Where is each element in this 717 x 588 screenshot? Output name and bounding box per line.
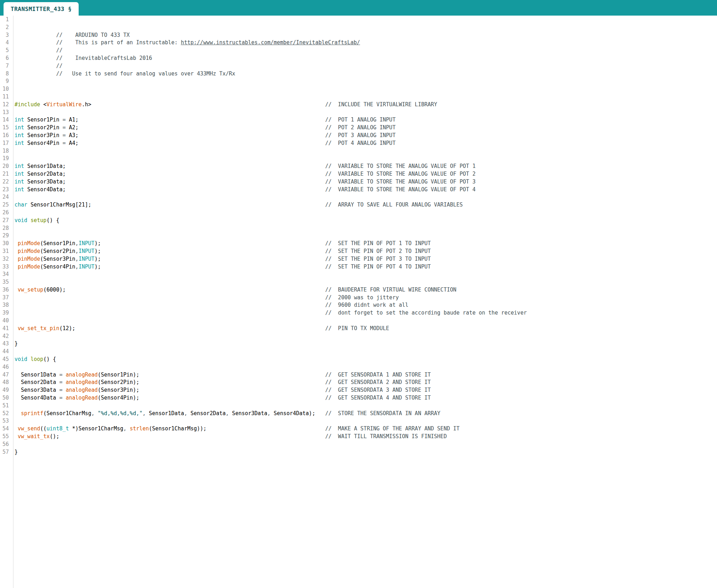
inline-comment: // SET THE PIN OF POT 3 TO INPUT bbox=[325, 255, 431, 263]
code-text bbox=[11, 402, 717, 410]
code-token: , bbox=[75, 256, 79, 262]
code-text bbox=[11, 225, 717, 232]
code-text bbox=[11, 417, 717, 425]
line-number: 27 bbox=[0, 217, 11, 225]
line-number: 12 bbox=[0, 101, 11, 109]
code-text bbox=[11, 363, 717, 371]
code-token: void bbox=[15, 356, 27, 362]
code-line: 4 // This is part of an Instructable: ht… bbox=[0, 39, 717, 47]
line-number: 49 bbox=[0, 386, 11, 394]
code-line: 13 bbox=[0, 109, 717, 117]
code-text: Sensor4Data = analogRead(Sensor4Pin);// … bbox=[11, 394, 717, 402]
inline-comment: // ARRAY TO SAVE ALL FOUR ANALOG VARIABL… bbox=[325, 201, 463, 209]
line-number: 33 bbox=[0, 263, 11, 271]
code-text bbox=[11, 109, 717, 117]
code-text: pinMode(Sensor1Pin,INPUT);// SET THE PIN… bbox=[11, 240, 717, 248]
line-number: 39 bbox=[0, 309, 11, 317]
line-number: 25 bbox=[0, 201, 11, 209]
code-token: (Sensor2Pin); bbox=[98, 379, 139, 385]
line-number: 14 bbox=[0, 116, 11, 124]
code-token bbox=[15, 248, 18, 254]
code-line: 47 Sensor1Data = analogRead(Sensor1Pin);… bbox=[0, 371, 717, 379]
code-token: A1; bbox=[66, 117, 79, 123]
code-token bbox=[15, 240, 18, 247]
code-text: int Sensor1Data;// VARIABLE TO STORE THE… bbox=[11, 163, 717, 170]
code-token: (Sensor2Pin bbox=[40, 248, 75, 254]
code-line: 18 bbox=[0, 147, 717, 155]
code-token: analogRead bbox=[66, 387, 98, 393]
code-token bbox=[15, 425, 18, 432]
code-token: int bbox=[15, 179, 24, 185]
code-line: 22int Sensor3Data;// VARIABLE TO STORE T… bbox=[0, 178, 717, 186]
inline-comment: // POT 2 ANALOG INPUT bbox=[325, 124, 396, 132]
line-number: 57 bbox=[0, 448, 11, 456]
code-token: int bbox=[15, 163, 24, 169]
code-token: // Use it to send four analog values ove… bbox=[15, 70, 235, 77]
code-line: 8 // Use it to send four analog values o… bbox=[0, 70, 717, 78]
code-token: ); bbox=[95, 256, 101, 262]
line-number: 35 bbox=[0, 278, 11, 286]
code-token: = bbox=[62, 117, 66, 123]
code-token: // This is part of an Instructable: bbox=[15, 39, 181, 46]
code-line: 19 bbox=[0, 155, 717, 163]
code-token: vw_setup bbox=[18, 287, 43, 293]
code-line: 30 pinMode(Sensor1Pin,INPUT);// SET THE … bbox=[0, 240, 717, 248]
code-token: (Sensor4Pin bbox=[40, 264, 75, 270]
code-token: loop bbox=[30, 356, 43, 362]
inline-comment: // BAUDERATE FOR VIRTUAL WIRE CONNECTION bbox=[325, 286, 456, 294]
code-text: pinMode(Sensor3Pin,INPUT);// SET THE PIN… bbox=[11, 255, 717, 263]
line-number: 36 bbox=[0, 286, 11, 294]
code-text: vw_send((uint8_t *)Sensor1CharMsg, strle… bbox=[11, 425, 717, 433]
code-text: int Sensor2Pin = A2;// POT 2 ANALOG INPU… bbox=[11, 124, 717, 132]
code-text bbox=[11, 147, 717, 155]
code-token: Sensor4Data; bbox=[24, 186, 66, 193]
code-text bbox=[11, 155, 717, 163]
code-line: 28 bbox=[0, 225, 717, 232]
code-text: int Sensor4Pin = A4;// POT 4 ANALOG INPU… bbox=[11, 140, 717, 147]
code-token: vw_send bbox=[18, 425, 40, 432]
code-token: Sensor1Data bbox=[15, 372, 59, 378]
inline-comment: // WAIT TILL TRANSMISSION IS FINISHED bbox=[325, 433, 447, 441]
line-number: 40 bbox=[0, 317, 11, 325]
code-token: void bbox=[15, 217, 27, 224]
code-token: (( bbox=[40, 425, 46, 432]
code-token: = bbox=[62, 132, 66, 138]
code-text bbox=[11, 209, 717, 217]
code-area[interactable]: 123 // ARDUINO TO 433 TX4 // This is par… bbox=[0, 16, 717, 588]
code-text bbox=[11, 317, 717, 325]
inline-comment: // GET SENSORDATA 2 AND STORE IT bbox=[325, 379, 431, 386]
code-text bbox=[11, 278, 717, 286]
code-token: (Sensor1CharMsg bbox=[43, 410, 91, 417]
code-text: int Sensor3Data;// VARIABLE TO STORE THE… bbox=[11, 178, 717, 186]
code-token: (Sensor1Pin); bbox=[98, 372, 139, 378]
code-text bbox=[11, 348, 717, 356]
code-token: Sensor1CharMsg[21]; bbox=[27, 202, 91, 208]
code-token: () { bbox=[43, 356, 56, 362]
line-number: 34 bbox=[0, 271, 11, 278]
code-line: 31 pinMode(Sensor2Pin,INPUT);// SET THE … bbox=[0, 248, 717, 255]
code-token: .h> bbox=[82, 101, 91, 108]
line-number: 21 bbox=[0, 170, 11, 178]
code-token bbox=[27, 356, 30, 362]
inline-comment: // MAKE A STRING OF THE ARRAY AND SEND I… bbox=[325, 425, 459, 433]
code-token: "%d,%d,%d,%d," bbox=[98, 410, 142, 417]
line-number: 5 bbox=[0, 47, 11, 55]
code-text: int Sensor4Data;// VARIABLE TO STORE THE… bbox=[11, 186, 717, 194]
comment-link[interactable]: http://www.instructables.com/member/Inev… bbox=[181, 39, 360, 46]
code-token: setup bbox=[30, 217, 46, 224]
line-number: 1 bbox=[0, 16, 11, 24]
code-line: 56 bbox=[0, 441, 717, 448]
code-text bbox=[11, 333, 717, 340]
line-number: 8 bbox=[0, 70, 11, 78]
code-token: } bbox=[15, 340, 18, 347]
code-token: = bbox=[62, 140, 66, 146]
line-number: 9 bbox=[0, 78, 11, 85]
code-text bbox=[11, 93, 717, 101]
line-number: 46 bbox=[0, 363, 11, 371]
inline-comment: // VARIABLE TO STORE THE ANALOG VALUE OF… bbox=[325, 163, 475, 170]
tab-transmitter-433[interactable]: TRANSMITTER_433 § bbox=[4, 2, 79, 16]
code-token: A4; bbox=[66, 140, 79, 146]
code-token: analogRead bbox=[66, 395, 98, 401]
line-number: 41 bbox=[0, 325, 11, 333]
code-editor[interactable]: 123 // ARDUINO TO 433 TX4 // This is par… bbox=[0, 16, 717, 588]
